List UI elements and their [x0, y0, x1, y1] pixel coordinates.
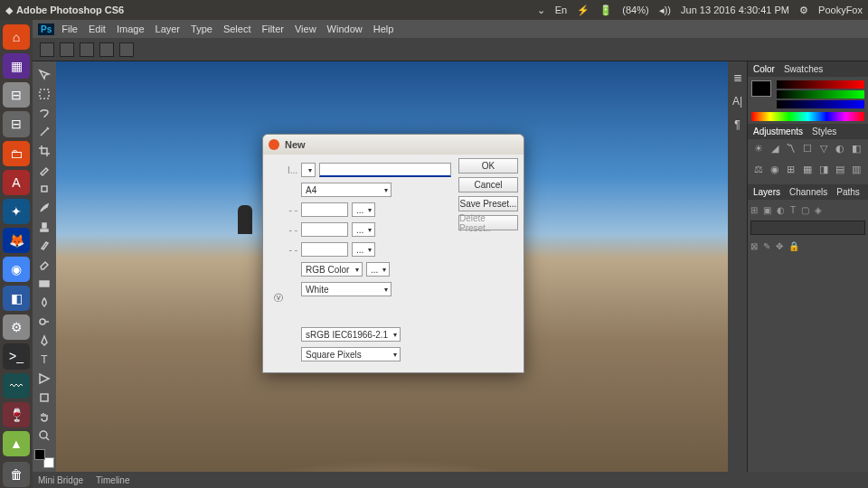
lasso-tool[interactable]	[34, 104, 54, 121]
width-input[interactable]	[301, 202, 348, 217]
adj-exposure-icon[interactable]: ☐	[800, 143, 814, 155]
drive2-icon[interactable]: ⊟	[3, 111, 30, 136]
tab-color[interactable]: Color	[753, 64, 775, 74]
hue-bar[interactable]	[751, 112, 864, 121]
opt-box[interactable]	[119, 42, 134, 57]
shape-tool[interactable]	[34, 389, 54, 407]
lock-icon[interactable]: ⊠	[750, 241, 758, 251]
ok-button[interactable]: OK	[458, 158, 518, 174]
menu-layer[interactable]: Layer	[156, 23, 181, 34]
history-tool[interactable]	[34, 237, 54, 254]
lay-filter-icon[interactable]: ⊞	[750, 205, 758, 215]
folder-icon[interactable]: 🗀	[3, 141, 30, 166]
save-preset-button[interactable]: Save Preset...	[458, 196, 518, 211]
adj-photo-icon[interactable]: ◉	[768, 164, 781, 176]
lay-adj-icon[interactable]: ◐	[777, 205, 785, 215]
adj-vibrance-icon[interactable]: ▽	[816, 143, 830, 155]
name-input[interactable]	[319, 163, 451, 177]
settings-icon[interactable]: ⚙	[3, 314, 30, 340]
tab-minibridge[interactable]: Mini Bridge	[38, 475, 83, 485]
tab-layers[interactable]: Layers	[753, 187, 780, 197]
files-icon[interactable]: ▦	[3, 53, 30, 79]
brush-tool[interactable]	[34, 199, 54, 216]
opt-box[interactable]	[99, 42, 114, 57]
opt-marquee-icon[interactable]	[40, 42, 54, 57]
stamp-tool[interactable]	[34, 218, 54, 235]
heal-tool[interactable]	[34, 180, 54, 197]
adj-poster-icon[interactable]: ▤	[833, 164, 846, 176]
terminal-icon[interactable]: >_	[3, 343, 30, 369]
menu-select[interactable]: Select	[223, 23, 251, 34]
color-fgbg[interactable]	[34, 449, 54, 468]
color-mode-select[interactable]: RGB Color	[301, 262, 363, 277]
app2-icon[interactable]: ✦	[3, 199, 30, 224]
crop-tool[interactable]	[34, 142, 54, 159]
lay-shape-icon[interactable]: ▢	[801, 205, 809, 215]
lock3-icon[interactable]: ✥	[776, 241, 783, 251]
move-tool[interactable]	[34, 66, 54, 83]
android-icon[interactable]: ▲	[3, 431, 30, 456]
eraser-tool[interactable]	[34, 256, 54, 273]
dodge-tool[interactable]	[34, 314, 54, 331]
battery-icon[interactable]: 🔋	[599, 5, 612, 15]
opt-box[interactable]	[80, 42, 94, 57]
name-dropdown[interactable]	[301, 163, 316, 177]
color-swatch[interactable]	[751, 80, 771, 97]
dash-icon[interactable]: ⌂	[3, 24, 30, 50]
marquee-tool[interactable]	[34, 85, 54, 102]
lay-smart-icon[interactable]: ◈	[815, 205, 822, 215]
menu-file[interactable]: File	[61, 23, 78, 34]
adj-mixer-icon[interactable]: ⊞	[784, 164, 797, 176]
monitor-icon[interactable]: 〰	[3, 373, 30, 399]
lay-type-icon[interactable]: T	[790, 205, 796, 215]
adj-invert-icon[interactable]: ◨	[816, 164, 830, 176]
height-input[interactable]	[301, 222, 348, 237]
trash-icon[interactable]: 🗑	[3, 462, 30, 487]
type-tool[interactable]: T	[34, 352, 54, 369]
menu-edit[interactable]: Edit	[89, 23, 106, 34]
user-name[interactable]: PookyFox	[818, 5, 863, 15]
eyedropper-tool[interactable]	[34, 161, 54, 178]
gear-icon[interactable]: ⚙	[799, 5, 808, 15]
res-unit[interactable]: ...	[352, 242, 375, 257]
adj-bw-icon[interactable]: ◧	[849, 143, 863, 155]
menu-filter[interactable]: Filter	[261, 23, 283, 34]
adj-lookup-icon[interactable]: ▦	[800, 164, 814, 176]
adj-brightness-icon[interactable]: ☀	[751, 143, 765, 155]
box-icon[interactable]: ◧	[3, 286, 30, 311]
gradient-tool[interactable]	[34, 276, 54, 293]
clock[interactable]: Jun 13 2016 4:30:41 PM	[681, 5, 789, 15]
tab-timeline[interactable]: Timeline	[96, 475, 129, 485]
adj-hue-icon[interactable]: ◐	[833, 143, 846, 155]
lock2-icon[interactable]: ✎	[763, 241, 770, 251]
app-icon[interactable]: A	[3, 170, 30, 195]
opt-box[interactable]	[60, 42, 74, 57]
menu-type[interactable]: Type	[191, 23, 212, 34]
wine-icon[interactable]: 🍷	[3, 402, 30, 427]
close-icon[interactable]	[269, 139, 279, 150]
zoom-tool[interactable]	[34, 427, 54, 445]
adj-colorbal-icon[interactable]: ⚖	[751, 164, 765, 176]
menu-view[interactable]: View	[295, 23, 316, 34]
dialog-titlebar[interactable]: New	[263, 135, 524, 155]
path-tool[interactable]	[34, 371, 54, 388]
preset-select[interactable]: A4	[301, 183, 392, 197]
menu-image[interactable]: Image	[117, 23, 145, 34]
tab-paths[interactable]: Paths	[836, 187, 860, 197]
menu-help[interactable]: Help	[373, 23, 394, 34]
height-unit[interactable]: ...	[352, 222, 375, 237]
wifi-icon[interactable]: ⌄	[537, 5, 545, 15]
tab-swatches[interactable]: Swatches	[784, 64, 823, 74]
b-slider[interactable]	[777, 100, 864, 108]
para-icon[interactable]: ¶	[731, 117, 745, 132]
char-icon[interactable]: A|	[731, 94, 745, 108]
chrome-icon[interactable]: ◉	[3, 257, 30, 282]
res-input[interactable]	[301, 242, 348, 257]
tab-channels[interactable]: Channels	[789, 187, 827, 197]
menu-window[interactable]: Window	[327, 23, 363, 34]
wand-tool[interactable]	[34, 123, 54, 140]
hand-tool[interactable]	[34, 408, 54, 426]
cancel-button[interactable]: Cancel	[458, 177, 518, 192]
history-icon[interactable]: ≣	[731, 70, 745, 85]
width-unit[interactable]: ...	[352, 202, 375, 217]
